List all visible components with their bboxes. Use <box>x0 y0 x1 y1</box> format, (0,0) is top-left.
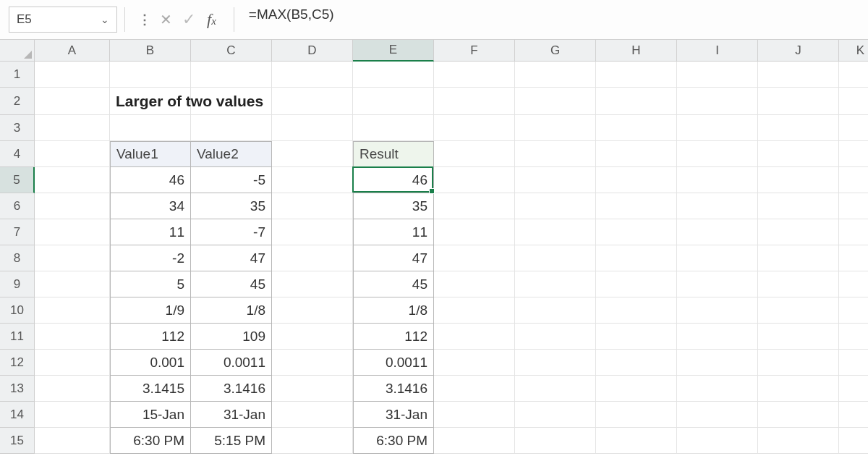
cell-J10[interactable] <box>758 297 839 324</box>
cell-F11[interactable] <box>434 324 515 350</box>
cell-H12[interactable] <box>596 350 677 376</box>
row-header-6[interactable]: 6 <box>0 193 35 219</box>
column-header-C[interactable]: C <box>191 40 272 62</box>
cell-J6[interactable] <box>758 193 839 219</box>
fx-icon[interactable]: fx <box>205 10 221 29</box>
cell-E5[interactable]: 46 <box>353 167 434 193</box>
spreadsheet-grid[interactable]: ABCDEFGHIJK 123456789101112131415 Larger… <box>0 40 868 456</box>
column-header-K[interactable]: K <box>839 40 868 62</box>
cell-C4[interactable]: Value2 <box>191 141 272 167</box>
cell-G2[interactable] <box>515 88 596 115</box>
cell-F8[interactable] <box>434 245 515 271</box>
cell-E4[interactable]: Result <box>353 141 434 167</box>
cell-B1[interactable] <box>110 62 191 88</box>
row-header-1[interactable]: 1 <box>0 62 35 88</box>
cell-K15[interactable] <box>839 428 868 454</box>
cell-I4[interactable] <box>677 141 758 167</box>
cell-K14[interactable] <box>839 402 868 428</box>
cell-B13[interactable]: 3.1415 <box>110 376 191 402</box>
cell-J8[interactable] <box>758 245 839 271</box>
cell-A11[interactable] <box>35 324 110 350</box>
cell-E10[interactable]: 1/8 <box>353 297 434 324</box>
cell-J15[interactable] <box>758 428 839 454</box>
cell-J13[interactable] <box>758 376 839 402</box>
cell-I7[interactable] <box>677 219 758 245</box>
cell-K2[interactable] <box>839 88 868 115</box>
cell-A10[interactable] <box>35 297 110 324</box>
cell-C1[interactable] <box>191 62 272 88</box>
cell-J9[interactable] <box>758 271 839 297</box>
cell-I13[interactable] <box>677 376 758 402</box>
cell-I14[interactable] <box>677 402 758 428</box>
cell-A1[interactable] <box>35 62 110 88</box>
cell-E8[interactable]: 47 <box>353 245 434 271</box>
column-header-E[interactable]: E <box>353 40 434 62</box>
cell-C10[interactable]: 1/8 <box>191 297 272 324</box>
cell-B4[interactable]: Value1 <box>110 141 191 167</box>
cell-C7[interactable]: -7 <box>191 219 272 245</box>
cell-I3[interactable] <box>677 115 758 141</box>
cell-J7[interactable] <box>758 219 839 245</box>
row-header-9[interactable]: 9 <box>0 271 35 297</box>
cell-E2[interactable] <box>353 88 434 115</box>
cell-B8[interactable]: -2 <box>110 245 191 271</box>
cell-H13[interactable] <box>596 376 677 402</box>
cell-G12[interactable] <box>515 350 596 376</box>
cell-B9[interactable]: 5 <box>110 271 191 297</box>
cell-D11[interactable] <box>272 324 353 350</box>
cell-C8[interactable]: 47 <box>191 245 272 271</box>
row-header-2[interactable]: 2 <box>0 88 35 115</box>
cell-A9[interactable] <box>35 271 110 297</box>
column-header-J[interactable]: J <box>758 40 839 62</box>
column-header-A[interactable]: A <box>35 40 110 62</box>
column-header-D[interactable]: D <box>272 40 353 62</box>
cell-H8[interactable] <box>596 245 677 271</box>
row-header-3[interactable]: 3 <box>0 115 35 141</box>
cell-C5[interactable]: -5 <box>191 167 272 193</box>
cell-D10[interactable] <box>272 297 353 324</box>
cell-G4[interactable] <box>515 141 596 167</box>
cell-I1[interactable] <box>677 62 758 88</box>
cell-B6[interactable]: 34 <box>110 193 191 219</box>
cell-K1[interactable] <box>839 62 868 88</box>
cell-H2[interactable] <box>596 88 677 115</box>
cell-K13[interactable] <box>839 376 868 402</box>
cell-E13[interactable]: 3.1416 <box>353 376 434 402</box>
row-header-10[interactable]: 10 <box>0 297 35 324</box>
cell-E1[interactable] <box>353 62 434 88</box>
cell-F6[interactable] <box>434 193 515 219</box>
cell-I9[interactable] <box>677 271 758 297</box>
cell-K7[interactable] <box>839 219 868 245</box>
row-header-11[interactable]: 11 <box>0 324 35 350</box>
row-header-13[interactable]: 13 <box>0 376 35 402</box>
cell-C3[interactable] <box>191 115 272 141</box>
column-header-B[interactable]: B <box>110 40 191 62</box>
column-header-I[interactable]: I <box>677 40 758 62</box>
cell-H7[interactable] <box>596 219 677 245</box>
cell-F7[interactable] <box>434 219 515 245</box>
cell-F1[interactable] <box>434 62 515 88</box>
cell-H3[interactable] <box>596 115 677 141</box>
cell-K11[interactable] <box>839 324 868 350</box>
cell-K9[interactable] <box>839 271 868 297</box>
cell-C11[interactable]: 109 <box>191 324 272 350</box>
cell-F9[interactable] <box>434 271 515 297</box>
cell-A8[interactable] <box>35 245 110 271</box>
cell-C14[interactable]: 31-Jan <box>191 402 272 428</box>
cell-E12[interactable]: 0.0011 <box>353 350 434 376</box>
cell-B5[interactable]: 46 <box>110 167 191 193</box>
cell-D15[interactable] <box>272 428 353 454</box>
chevron-down-icon[interactable]: ⌄ <box>101 14 109 25</box>
cell-A14[interactable] <box>35 402 110 428</box>
cell-A15[interactable] <box>35 428 110 454</box>
cell-E15[interactable]: 6:30 PM <box>353 428 434 454</box>
column-header-G[interactable]: G <box>515 40 596 62</box>
row-header-14[interactable]: 14 <box>0 402 35 428</box>
cell-H6[interactable] <box>596 193 677 219</box>
cell-G13[interactable] <box>515 376 596 402</box>
cell-G6[interactable] <box>515 193 596 219</box>
cell-E9[interactable]: 45 <box>353 271 434 297</box>
cell-C13[interactable]: 3.1416 <box>191 376 272 402</box>
cell-D2[interactable] <box>272 88 353 115</box>
cell-D12[interactable] <box>272 350 353 376</box>
